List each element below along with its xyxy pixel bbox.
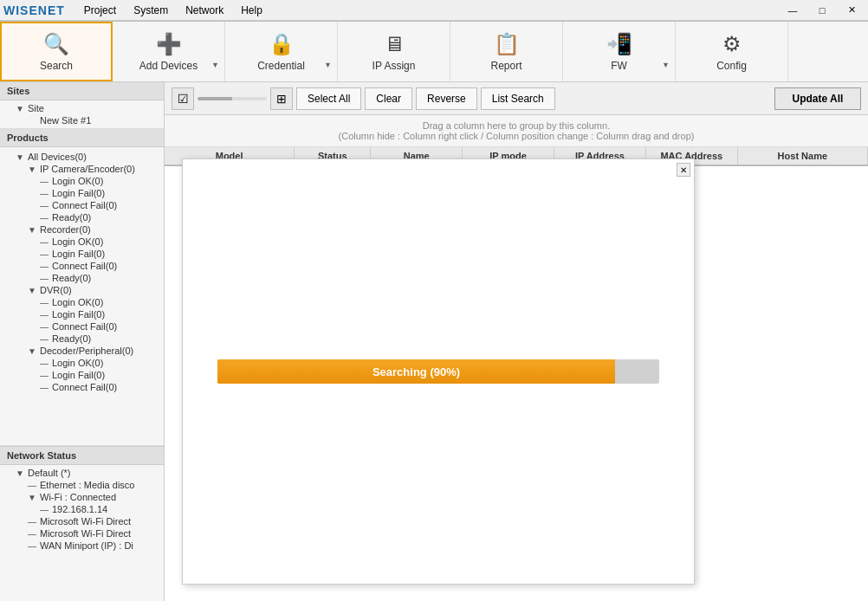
wifi-ip[interactable]: — 192.168.1.14 <box>0 503 164 515</box>
ip-camera-ready[interactable]: — Ready(0) <box>0 211 164 223</box>
recorder-connect-fail[interactable]: — Connect Fail(0) <box>0 260 164 272</box>
fw-label: FW <box>611 60 627 72</box>
credential-button[interactable]: 🔒 Credential ▼ <box>225 22 338 81</box>
default-network[interactable]: ▼ Default (*) <box>0 467 164 479</box>
decoder-item[interactable]: ▼ Decoder/Peripheral(0) <box>0 345 164 357</box>
add-devices-button[interactable]: ➕ Add Devices ▼ <box>113 22 225 81</box>
products-tree: ▼ All Devices(0) ▼ IP Camera/Encoder(0) … <box>0 147 164 445</box>
search-button[interactable]: 🔍 Search <box>0 22 113 81</box>
col-hostname[interactable]: Host Name <box>738 147 868 165</box>
add-devices-arrow: ▼ <box>211 61 219 69</box>
add-devices-label: Add Devices <box>139 60 198 72</box>
ms-wifi-direct-2[interactable]: — Microsoft Wi-Fi Direct <box>0 527 164 540</box>
fw-button[interactable]: 📲 FW ▼ <box>563 22 676 81</box>
network-tree: ▼ Default (*) — Ethernet : Media disco ▼… <box>0 465 164 601</box>
reverse-button[interactable]: Reverse <box>416 87 477 110</box>
search-label: Search <box>40 60 73 72</box>
maximize-button[interactable]: □ <box>809 2 835 19</box>
zoom-slider[interactable] <box>198 97 267 100</box>
progress-label: Searching (90%) <box>372 365 460 378</box>
ip-camera-connect-fail[interactable]: — Connect Fail(0) <box>0 199 164 211</box>
drag-hint-line1: Drag a column here to group by this colu… <box>170 120 863 131</box>
app-logo: WISENET <box>3 3 65 17</box>
dvr-ready[interactable]: — Ready(0) <box>0 333 164 345</box>
zoom-slider-container <box>198 97 267 100</box>
sites-title: Sites <box>0 82 164 100</box>
recorder-login-ok[interactable]: — Login OK(0) <box>0 236 164 248</box>
progress-bar-background: Searching (90%) <box>217 359 659 384</box>
select-all-button[interactable]: Select All <box>296 87 361 110</box>
wifi-item[interactable]: ▼ Wi-Fi : Connected <box>0 491 164 503</box>
grid-icon: ⊞ <box>276 92 287 106</box>
fw-icon: 📲 <box>606 32 632 56</box>
dvr-login-fail[interactable]: — Login Fail(0) <box>0 308 164 320</box>
ms-wifi-direct-1[interactable]: — Microsoft Wi-Fi Direct <box>0 515 164 527</box>
ip-camera-login-fail[interactable]: — Login Fail(0) <box>0 187 164 199</box>
select-all-icon-btn[interactable]: ☑ <box>172 87 194 110</box>
products-title: Products <box>0 129 164 147</box>
menu-project[interactable]: Project <box>77 3 123 18</box>
recorder-item[interactable]: ▼ Recorder(0) <box>0 223 164 236</box>
decoder-login-fail[interactable]: — Login Fail(0) <box>0 369 164 381</box>
ip-camera-login-ok[interactable]: — Login OK(0) <box>0 175 164 187</box>
dvr-connect-fail[interactable]: — Connect Fail(0) <box>0 320 164 333</box>
grid-icon-btn[interactable]: ⊞ <box>270 87 293 110</box>
site-label: Site <box>28 103 44 113</box>
config-icon: ⚙ <box>722 32 742 56</box>
search-icon: 🔍 <box>43 32 69 56</box>
update-all-button[interactable]: Update All <box>774 87 861 110</box>
drag-hint: Drag a column here to group by this colu… <box>165 115 868 147</box>
minimize-button[interactable]: — <box>780 2 806 19</box>
decoder-login-ok[interactable]: — Login OK(0) <box>0 357 164 369</box>
report-label: Report <box>490 60 521 72</box>
toolbar: 🔍 Search ➕ Add Devices ▼ 🔒 Credential ▼ … <box>0 22 868 82</box>
all-devices-item[interactable]: ▼ All Devices(0) <box>0 151 164 163</box>
sites-tree: ▼ Site New Site #1 <box>0 100 164 128</box>
content-area: ☑ ⊞ Select All Clear Reverse List Search… <box>165 82 868 601</box>
list-search-button[interactable]: List Search <box>481 87 555 110</box>
products-section: Products ▼ All Devices(0) ▼ IP Camera/En… <box>0 129 164 446</box>
table-area: Drag a column here to group by this colu… <box>165 115 868 601</box>
decoder-connect-fail[interactable]: — Connect Fail(0) <box>0 381 164 393</box>
site-root[interactable]: ▼ Site <box>0 102 164 114</box>
drag-hint-line2: (Column hide : Column right click / Colu… <box>170 131 863 141</box>
network-status-title: Network Status <box>0 447 164 465</box>
credential-icon: 🔒 <box>269 32 295 56</box>
menu-system[interactable]: System <box>126 3 175 18</box>
network-status-section: Network Status ▼ Default (*) — Ethernet … <box>0 446 164 601</box>
dvr-login-ok[interactable]: — Login OK(0) <box>0 296 164 308</box>
fw-arrow: ▼ <box>662 61 670 69</box>
report-icon: 📋 <box>494 32 520 56</box>
report-button[interactable]: 📋 Report <box>450 22 563 81</box>
clear-button[interactable]: Clear <box>365 87 412 110</box>
search-dialog: ✕ Searching (90%) <box>182 158 695 585</box>
wan-miniport[interactable]: — WAN Miniport (IP) : Di <box>0 540 164 552</box>
ip-assign-button[interactable]: 🖥 IP Assign <box>338 22 450 81</box>
credential-arrow: ▼ <box>324 61 332 69</box>
new-site-label: New Site #1 <box>40 115 91 126</box>
site-expander: ▼ <box>16 104 28 113</box>
menu-network[interactable]: Network <box>178 3 230 18</box>
dialog-close-button[interactable]: ✕ <box>677 163 690 177</box>
recorder-login-fail[interactable]: — Login Fail(0) <box>0 248 164 260</box>
progress-bar-fill: Searching (90%) <box>217 359 615 384</box>
action-bar: ☑ ⊞ Select All Clear Reverse List Search… <box>165 82 868 115</box>
dvr-item[interactable]: ▼ DVR(0) <box>0 284 164 296</box>
ethernet-item[interactable]: — Ethernet : Media disco <box>0 479 164 491</box>
new-site-item[interactable]: New Site #1 <box>0 114 164 126</box>
config-button[interactable]: ⚙ Config <box>676 22 788 81</box>
config-label: Config <box>716 60 747 72</box>
main-layout: Sites ▼ Site New Site #1 Products ▼ All … <box>0 82 868 601</box>
credential-label: Credential <box>257 60 305 72</box>
menu-help[interactable]: Help <box>234 3 269 18</box>
recorder-ready[interactable]: — Ready(0) <box>0 272 164 284</box>
progress-container: Searching (90%) <box>183 333 694 410</box>
close-button[interactable]: ✕ <box>839 2 865 19</box>
sites-section: Sites ▼ Site New Site #1 <box>0 82 164 129</box>
ip-camera-item[interactable]: ▼ IP Camera/Encoder(0) <box>0 163 164 175</box>
select-all-icon: ☑ <box>178 92 189 106</box>
ip-assign-icon: 🖥 <box>384 32 405 56</box>
menubar: WISENET Project System Network Help — □ … <box>0 0 868 21</box>
ip-assign-label: IP Assign <box>372 60 416 72</box>
sidebar: Sites ▼ Site New Site #1 Products ▼ All … <box>0 82 165 601</box>
